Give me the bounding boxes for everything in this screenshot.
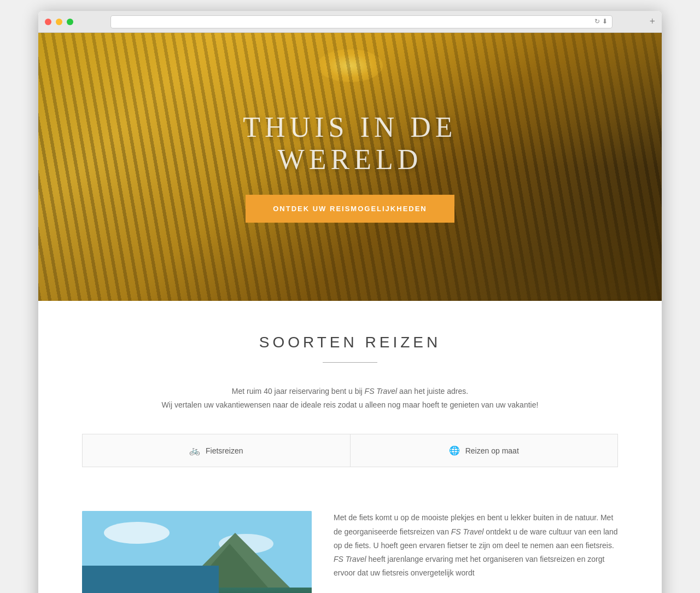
globe-icon: 🌐 xyxy=(449,445,460,456)
intro-text-2: Wij vertalen uw vakantiewensen naar de i… xyxy=(162,400,539,409)
svg-rect-5 xyxy=(82,566,219,593)
tab-reizen-op-maat[interactable]: 🌐 Reizen op maat xyxy=(351,434,618,467)
hero-section: ƒs TRAVEL HOME REIZEN ▼ ERVARINGEN xyxy=(38,33,662,301)
new-tab-button[interactable]: + xyxy=(650,16,655,27)
fiets-brand-2: FS Travel xyxy=(334,555,366,563)
browser-window: ↻ ⬇ + ƒs TRAVEL xyxy=(38,11,662,593)
tab-reizen-op-maat-label: Reizen op maat xyxy=(465,446,519,455)
intro-brand: FS Travel xyxy=(365,387,398,396)
address-bar[interactable]: ↻ ⬇ xyxy=(110,15,612,28)
close-button[interactable] xyxy=(45,19,51,25)
minimize-button[interactable] xyxy=(56,19,62,25)
content-image xyxy=(82,511,312,593)
fiets-text-p1c: heeft jarenlange ervaring met het organi… xyxy=(334,555,604,577)
content-section: Met de fiets komt u op de mooiste plekje… xyxy=(38,511,662,593)
content-text: Met de fiets komt u op de mooiste plekje… xyxy=(334,511,618,580)
bike-icon: 🚲 xyxy=(189,445,200,456)
browser-toolbar: ↻ ⬇ + xyxy=(38,11,662,33)
road-image xyxy=(82,511,312,593)
intro-text-1: Met ruim 40 jaar reiservaring bent u bij xyxy=(232,387,365,396)
hero-title: THUIS IN DE WERELD xyxy=(194,111,506,176)
intro-text-1b: aan het juiste adres. xyxy=(397,387,468,396)
cta-button[interactable]: ONTDEK UW REISMOGELIJKHEDEN xyxy=(246,195,454,223)
section-intro: Met ruim 40 jaar reiservaring bent u bij… xyxy=(159,385,541,412)
section-divider xyxy=(323,362,377,363)
soorten-reizen-section: SOORTEN REIZEN Met ruim 40 jaar reiserva… xyxy=(38,301,662,511)
tab-fietsreizen-label: Fietsreizen xyxy=(206,446,243,455)
svg-point-1 xyxy=(104,522,170,544)
tab-fietsreizen[interactable]: 🚲 Fietsreizen xyxy=(83,434,351,467)
website-content: ƒs TRAVEL HOME REIZEN ▼ ERVARINGEN xyxy=(38,33,662,593)
download-icon[interactable]: ⬇ xyxy=(602,18,608,26)
section-title: SOORTEN REIZEN xyxy=(82,334,618,351)
reload-icon[interactable]: ↻ xyxy=(594,18,600,26)
hero-content: THUIS IN DE WERELD ONTDEK UW REISMOGELIJ… xyxy=(194,111,506,223)
fiets-brand-1: FS Travel xyxy=(451,527,484,536)
maximize-button[interactable] xyxy=(67,19,73,25)
tabs-row: 🚲 Fietsreizen 🌐 Reizen op maat xyxy=(82,434,618,467)
